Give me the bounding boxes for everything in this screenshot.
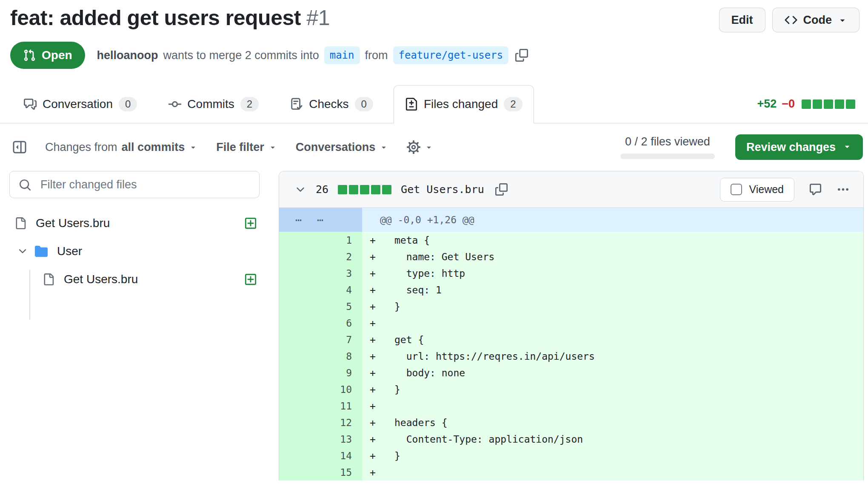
- diff-line-code[interactable]: +headers {: [362, 414, 863, 431]
- diff-line-number[interactable]: 15: [279, 464, 362, 480]
- head-branch-label[interactable]: feature/get-users: [393, 46, 509, 64]
- diff-line-code[interactable]: + type: http: [362, 265, 863, 281]
- diff-added-icon: [244, 217, 257, 230]
- merge-sentence: helloanoop wants to merge 2 commits into…: [97, 46, 530, 64]
- diff-line-number[interactable]: 4: [279, 281, 362, 298]
- diff-line-number[interactable]: 9: [279, 364, 362, 381]
- file-changes-count: 26: [316, 183, 328, 196]
- diff-line-code[interactable]: +}: [362, 381, 863, 398]
- diff-line: 3 + type: http: [279, 265, 863, 281]
- comment-discussion-icon: [24, 98, 37, 111]
- diff-line-code[interactable]: +: [362, 315, 863, 331]
- triangle-down-icon: [189, 143, 197, 151]
- additions-count: +52: [757, 97, 777, 111]
- diff-line-marker: +: [370, 417, 394, 428]
- diff-line-marker: +: [370, 384, 394, 395]
- tree-item-file-nested[interactable]: Get Users.bru: [9, 265, 260, 293]
- tree-item-folder[interactable]: User: [9, 237, 260, 265]
- viewed-button[interactable]: Viewed: [720, 178, 794, 202]
- tree-item-label: User: [57, 244, 82, 258]
- copy-branch-button[interactable]: [514, 47, 530, 63]
- pr-title-text: feat: added get users request: [10, 6, 301, 30]
- status-badge-label: Open: [42, 48, 72, 62]
- expand-up-icon[interactable]: ⋯: [295, 214, 303, 226]
- tree-item-file[interactable]: Get Users.bru: [9, 209, 260, 237]
- diff-line-code[interactable]: + seq: 1: [362, 281, 863, 298]
- git-commit-icon: [168, 98, 181, 111]
- collapse-file-button[interactable]: [294, 184, 306, 196]
- diff-line-number[interactable]: 8: [279, 348, 362, 364]
- base-branch-label[interactable]: main: [324, 46, 360, 64]
- header-actions: Edit Code: [719, 6, 860, 32]
- hide-file-tree-button[interactable]: [13, 140, 26, 154]
- diff-line-code[interactable]: +get {: [362, 331, 863, 348]
- diff-line-code[interactable]: + url: https://reqres.in/api/users: [362, 348, 863, 364]
- copy-icon: [495, 183, 508, 196]
- triangle-down-icon: [380, 143, 388, 151]
- diff-line-code[interactable]: +: [362, 464, 863, 480]
- file-options-button[interactable]: [837, 183, 850, 196]
- triangle-down-icon: [425, 143, 433, 151]
- file-diffstat-blocks: [338, 185, 391, 194]
- diff-line: 1 +meta {: [279, 232, 863, 248]
- copy-filename-button[interactable]: [494, 182, 509, 197]
- diff-line-number[interactable]: 6: [279, 315, 362, 331]
- diff-line-number[interactable]: 12: [279, 414, 362, 431]
- gear-icon: [407, 140, 420, 154]
- viewed-checkbox[interactable]: [731, 184, 742, 195]
- diff-line-number[interactable]: 10: [279, 381, 362, 398]
- changes-from-dropdown[interactable]: Changes from all commits: [45, 141, 197, 154]
- diff-line-code[interactable]: + body: none: [362, 364, 863, 381]
- chevron-down-icon: [17, 246, 28, 257]
- code-button[interactable]: Code: [772, 8, 860, 32]
- diff-line-number[interactable]: 5: [279, 298, 362, 315]
- checklist-icon: [290, 98, 303, 111]
- edit-button[interactable]: Edit: [719, 8, 765, 32]
- files-viewed-progress: 0 / 2 files viewed: [620, 135, 715, 159]
- diff-line-text: get {: [394, 334, 424, 345]
- diff-line-number[interactable]: 11: [279, 398, 362, 414]
- diff-line-number[interactable]: 13: [279, 431, 362, 447]
- diff-line-marker: +: [370, 301, 394, 312]
- title-row: feat: added get users request #1 Edit Co…: [10, 6, 859, 32]
- author-login[interactable]: helloanoop: [97, 49, 158, 62]
- conversations-dropdown[interactable]: Conversations: [296, 141, 388, 154]
- file-icon: [43, 273, 54, 285]
- tab-conversation[interactable]: Conversation 0: [13, 85, 148, 123]
- diff-line-code[interactable]: +}: [362, 447, 863, 464]
- tab-commits[interactable]: Commits 2: [157, 85, 270, 123]
- diffstat: +52 −0: [757, 97, 855, 111]
- diff-line-number[interactable]: 7: [279, 331, 362, 348]
- diff-line: 8 + url: https://reqres.in/api/users: [279, 348, 863, 364]
- diff-line-number[interactable]: 14: [279, 447, 362, 464]
- tab-checks[interactable]: Checks 0: [279, 85, 384, 123]
- diff-line-code[interactable]: +: [362, 398, 863, 414]
- diff-line-code[interactable]: +}: [362, 298, 863, 315]
- review-changes-button[interactable]: Review changes: [735, 134, 863, 160]
- diff-line-marker: +: [370, 268, 394, 279]
- diff-line-code[interactable]: +meta {: [362, 232, 863, 248]
- pull-request-page: feat: added get users request #1 Edit Co…: [0, 0, 868, 489]
- diff-line-code[interactable]: + name: Get Users: [362, 248, 863, 265]
- tab-label: Conversation: [43, 97, 113, 111]
- diff-line-number[interactable]: 2: [279, 248, 362, 265]
- tab-counter: 2: [240, 97, 259, 111]
- expand-down-icon[interactable]: ⋯: [317, 214, 324, 226]
- file-filter-dropdown[interactable]: File filter: [216, 141, 277, 154]
- diff-line-marker: +: [370, 334, 394, 345]
- conversations-label: Conversations: [296, 141, 376, 154]
- diff-settings-dropdown[interactable]: [407, 140, 433, 154]
- diff-line-text: type: http: [394, 268, 465, 279]
- file-comment-button[interactable]: [809, 183, 822, 196]
- diff-line: 6 +: [279, 315, 863, 331]
- toolbar-left: Changes from all commits File filter Con…: [13, 140, 433, 154]
- tab-files-changed[interactable]: Files changed 2: [394, 85, 534, 124]
- filter-changed-files-input[interactable]: [9, 171, 260, 198]
- tree-indent-guide: [29, 270, 30, 320]
- diff-line-code[interactable]: + Content-Type: application/json: [362, 431, 863, 447]
- diff-line-number[interactable]: 3: [279, 265, 362, 281]
- expand-hunk-gutter[interactable]: ⋯ ⋯: [279, 208, 362, 232]
- diff-line-number[interactable]: 1: [279, 232, 362, 248]
- file-name[interactable]: Get Users.bru: [401, 183, 484, 196]
- pr-status-row: Open helloanoop wants to merge 2 commits…: [10, 42, 859, 69]
